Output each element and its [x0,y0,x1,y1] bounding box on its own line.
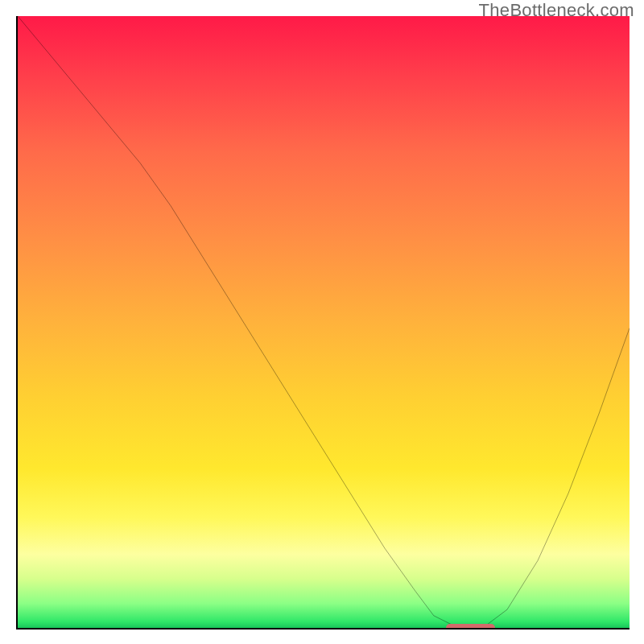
optimal-range-marker [446,624,495,630]
bottleneck-curve [18,16,630,628]
chart-frame: TheBottleneck.com [0,0,644,644]
curve-line [18,16,630,628]
plot-area [16,16,630,630]
